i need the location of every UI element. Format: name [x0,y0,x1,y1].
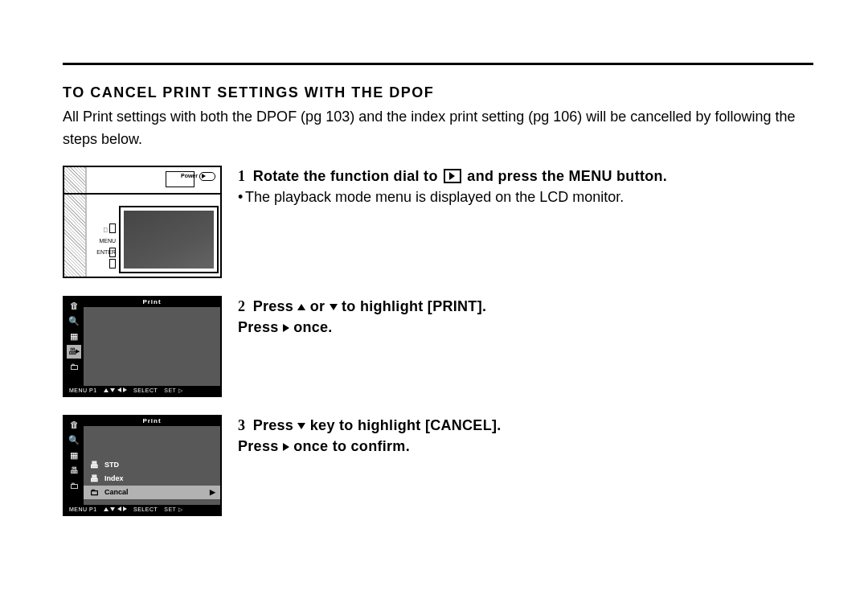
arrow-down-icon [297,423,305,429]
step-1-detail: •The playback mode menu is displayed on … [238,187,813,209]
menu-illustration-1: 🗑 🔍 ▦ 🖶▶ 🗀 Print MENU P1 SELECT SET ▷ [63,296,222,397]
step-3: 🗑 🔍 ▦ 🖶 🗀 Print 🖶 STD 🖶 [63,415,813,516]
step-number: 2 [238,298,245,314]
power-switch-icon [199,172,215,181]
step-1: Power ⎕ MENU ENTER 1 Rotate the function… [63,166,813,278]
arrow-right-icon [283,324,289,332]
trash-icon: 🗑 [67,418,81,432]
grid-icon: ▦ [67,449,81,462]
arrow-up-icon [297,304,305,310]
arrow-right-icon [283,443,289,451]
menu-title: Print [84,416,220,426]
section-title: To Cancel Print Settings with the DPOF [63,84,813,101]
folder-icon: 🗀 [67,479,81,493]
print-index-icon: 🖶 [88,472,100,486]
playback-mode-icon [444,169,461,183]
step-1-heading: 1 Rotate the function dial to and press … [238,166,813,187]
step-number: 1 [238,168,245,184]
camera-illustration: Power ⎕ MENU ENTER [63,166,222,278]
steps-block: Power ⎕ MENU ENTER 1 Rotate the function… [63,166,813,516]
print-std-icon: 🖶 [88,458,100,472]
menu-footer: MENU P1 SELECT SET ▷ [64,386,220,396]
menu-row-cancel: 🗀 Cancal ▶ [84,486,220,499]
trash-icon: 🗑 [67,299,81,313]
magnifier-icon: 🔍 [67,314,81,328]
menu-row-index: 🖶 Index [84,472,220,486]
print-icon: 🖶 [67,464,81,478]
menu-sidebar: 🗑 🔍 ▦ 🖶▶ 🗀 [64,297,84,386]
step-2-heading: 2 Press or to highlight [PRINT]. Press o… [238,296,813,338]
step-2: 🗑 🔍 ▦ 🖶▶ 🗀 Print MENU P1 SELECT SET ▷ [63,296,813,397]
menu-row-std: 🖶 STD [84,458,220,472]
menu-body: 🖶 STD 🖶 Index 🗀 Cancal ▶ [84,426,220,505]
folder-icon: 🗀 [67,360,81,374]
intro-text: All Print settings with both the DPOF (p… [63,106,813,151]
magnifier-icon: 🔍 [67,433,81,447]
manual-page: To Cancel Print Settings with the DPOF A… [0,63,868,615]
top-rule [63,63,813,65]
power-label: Power [181,173,198,178]
step-3-heading: 3 Press key to highlight [CANCEL]. Press… [238,415,813,457]
grid-icon: ▦ [67,330,81,343]
arrow-down-icon [330,304,338,310]
lcd-monitor-icon [119,206,219,273]
camera-back-btn-menu: MENU [92,235,116,246]
folder-icon: 🗀 [88,486,100,499]
menu-title: Print [84,297,220,307]
camera-back-btn-1: ⎕ [92,223,116,235]
print-icon: 🖶▶ [67,345,81,359]
camera-back-btn-enter: ENTER [92,246,116,257]
menu-body [84,307,220,386]
menu-sidebar: 🗑 🔍 ▦ 🖶 🗀 [64,416,84,505]
menu-illustration-2: 🗑 🔍 ▦ 🖶 🗀 Print 🖶 STD 🖶 [63,415,222,516]
step-number: 3 [238,417,245,433]
menu-footer: MENU P1 SELECT SET ▷ [64,505,220,515]
